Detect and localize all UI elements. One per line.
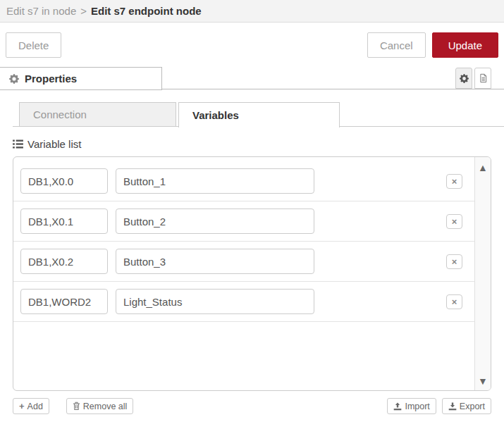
scroll-up-icon[interactable]: ▲ — [478, 163, 488, 173]
breadcrumb-parent-link[interactable]: Edit s7 in node — [6, 5, 76, 17]
tab-properties-label: Properties — [25, 73, 77, 85]
cancel-button[interactable]: Cancel — [367, 32, 426, 58]
list-icon — [13, 139, 23, 149]
dialog-toolbar: Delete Cancel Update — [0, 23, 504, 67]
breadcrumb: Edit s7 in node > Edit s7 endpoint node — [0, 0, 504, 23]
variable-row: × — [13, 201, 474, 242]
breadcrumb-separator: > — [80, 5, 87, 17]
variable-row: × — [13, 161, 474, 201]
gear-icon — [9, 74, 19, 84]
scrollbar[interactable]: ▲ ▼ — [474, 157, 491, 390]
node-docs-button[interactable] — [474, 68, 491, 89]
delete-row-button[interactable]: × — [446, 174, 462, 189]
plus-icon: + — [19, 401, 25, 411]
update-button[interactable]: Update — [432, 32, 498, 58]
download-icon — [448, 402, 457, 411]
editor-tab-bar: Properties — [0, 67, 504, 89]
variable-name-input[interactable] — [116, 249, 314, 274]
tab-properties[interactable]: Properties — [0, 67, 162, 90]
form-tab-bar: Connection Variables — [0, 89, 504, 127]
add-button[interactable]: + Add — [13, 398, 49, 414]
variable-name-input[interactable] — [116, 209, 314, 234]
tab-connection[interactable]: Connection — [19, 102, 176, 127]
variable-list-toolbar: + Add Remove all Import — [13, 398, 491, 414]
import-button-label: Import — [405, 402, 429, 411]
remove-all-button[interactable]: Remove all — [66, 398, 134, 414]
page-title: Edit s7 endpoint node — [91, 5, 202, 17]
delete-row-button[interactable]: × — [446, 294, 462, 309]
variable-list: × × × × ▲ ▼ — [13, 156, 491, 391]
delete-row-button[interactable]: × — [446, 254, 462, 269]
tab-connection-label: Connection — [33, 108, 87, 120]
variable-list-title: Variable list — [27, 138, 81, 150]
node-settings-button[interactable] — [455, 68, 472, 89]
import-button[interactable]: Import — [387, 398, 436, 414]
tab-variables[interactable]: Variables — [178, 102, 340, 128]
variable-list-header: Variable list — [13, 138, 504, 150]
scroll-down-icon[interactable]: ▼ — [478, 376, 488, 386]
variable-row: × — [13, 242, 474, 282]
upload-icon — [393, 402, 402, 411]
variable-row: × — [13, 282, 474, 322]
variable-address-input[interactable] — [20, 168, 108, 194]
remove-all-button-label: Remove all — [83, 402, 128, 411]
variable-name-input[interactable] — [116, 168, 314, 194]
delete-row-button[interactable]: × — [446, 214, 462, 229]
variable-address-input[interactable] — [20, 209, 108, 234]
tab-variables-label: Variables — [192, 109, 239, 121]
variable-address-input[interactable] — [20, 289, 108, 314]
variable-name-input[interactable] — [116, 289, 314, 314]
variable-address-input[interactable] — [20, 249, 108, 274]
trash-icon — [73, 402, 80, 411]
gear-icon — [460, 74, 469, 83]
add-button-label: Add — [27, 402, 43, 411]
delete-button[interactable]: Delete — [6, 32, 61, 58]
export-button-label: Export — [460, 402, 485, 411]
export-button[interactable]: Export — [442, 398, 491, 414]
document-icon — [479, 73, 488, 83]
